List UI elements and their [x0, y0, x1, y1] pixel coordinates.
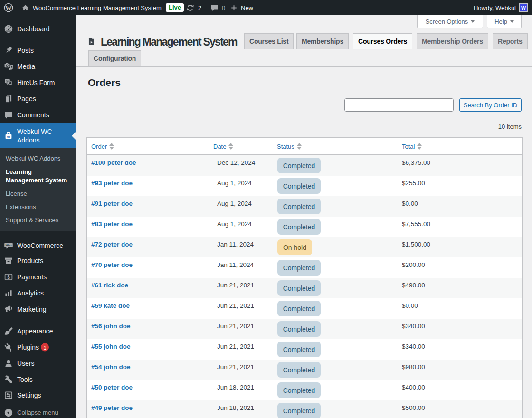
svg-text:w: w [7, 134, 10, 139]
svg-text:$: $ [7, 275, 10, 280]
svg-text:W: W [5, 4, 12, 11]
svg-text:Woo: Woo [6, 244, 12, 247]
